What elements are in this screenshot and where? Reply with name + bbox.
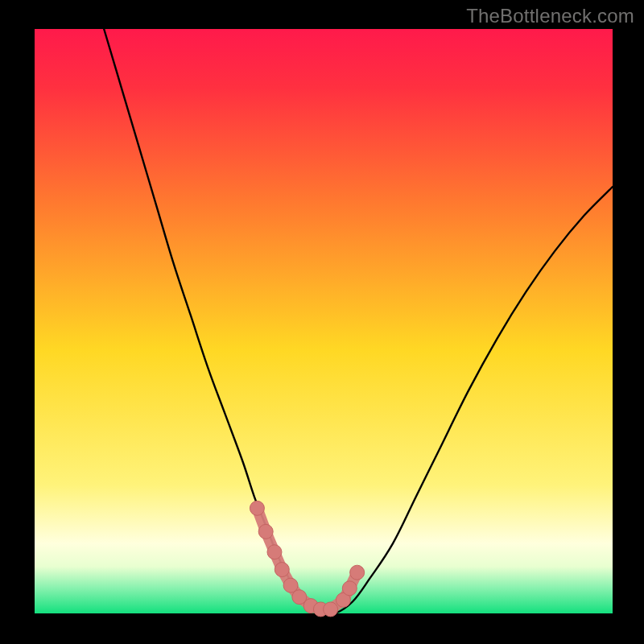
- chart-stage: TheBottleneck.com: [0, 0, 644, 644]
- marker-dot: [250, 501, 264, 515]
- plot-background: [35, 29, 613, 613]
- marker-dot: [342, 581, 357, 596]
- watermark-text: TheBottleneck.com: [466, 5, 634, 27]
- marker-dot: [258, 524, 273, 539]
- marker-dot: [275, 563, 289, 577]
- marker-dot: [350, 565, 365, 580]
- marker-dot: [324, 602, 338, 617]
- chart-svg: [0, 0, 644, 644]
- marker-dot: [267, 545, 282, 559]
